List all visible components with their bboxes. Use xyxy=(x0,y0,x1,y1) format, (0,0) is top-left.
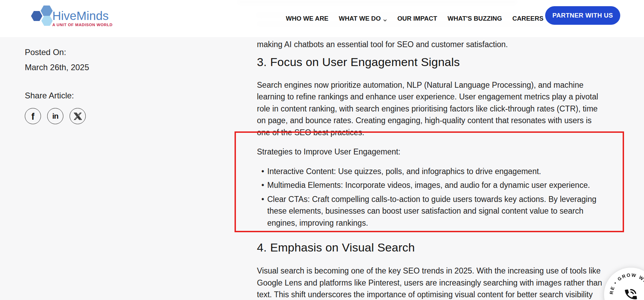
site-header: HiveMinds A UNIT OF MADISON WORLD WHO WE… xyxy=(0,0,644,37)
posted-date: March 26th, 2025 xyxy=(25,63,89,72)
nav-label: WHAT'S BUZZING xyxy=(447,15,502,22)
x-icon xyxy=(74,112,82,120)
article-content: making AI chatbots an essential tool for… xyxy=(257,37,629,300)
linkedin-share-button[interactable]: in xyxy=(47,108,63,124)
posted-on-label: Posted On: xyxy=(25,47,66,57)
badge-circle xyxy=(604,268,644,300)
nav-who-we-are[interactable]: WHO WE ARE xyxy=(286,15,329,22)
facebook-share-button[interactable]: f xyxy=(25,108,41,124)
main-navigation: WHO WE ARE WHAT WE DO OUR IMPACT WHAT'S … xyxy=(286,0,543,37)
nav-label: OUR IMPACT xyxy=(397,15,437,22)
nav-label: WHAT WE DO xyxy=(339,15,381,22)
nav-what-we-do[interactable]: WHAT WE DO xyxy=(339,15,387,22)
partner-with-us-button[interactable]: PARTNER WITH US xyxy=(545,6,620,25)
hexagon-light-blue xyxy=(41,16,53,26)
section-3-paragraph: Search engines now prioritize automation… xyxy=(257,79,629,139)
strategies-label: Strategies to Improve User Engagement: xyxy=(257,146,629,158)
section-heading-4: 4. Emphasis on Visual Search xyxy=(257,240,629,255)
section-heading-3: 3. Focus on User Engagement Signals xyxy=(257,55,629,69)
nav-label: CAREERS xyxy=(512,15,543,22)
facebook-icon: f xyxy=(31,111,34,122)
linkedin-icon: in xyxy=(52,112,59,121)
list-item: Interactive Content: Use quizzes, polls,… xyxy=(267,165,629,178)
hiveminds-logo[interactable]: HiveMinds A UNIT OF MADISON WORLD xyxy=(31,5,113,27)
article-paragraph-partial: making AI chatbots an essential tool for… xyxy=(257,39,629,51)
logo-tagline: A UNIT OF MADISON WORLD xyxy=(52,23,113,27)
hexagon-mid-blue xyxy=(41,6,53,16)
list-item: Clear CTAs: Craft compelling calls-to-ac… xyxy=(267,193,629,229)
social-share-row: f in xyxy=(25,108,86,124)
grow-with-us-badge[interactable]: RE • GROW WITH US • WE ARE HE xyxy=(603,267,644,300)
hiveminds-hexagon-icon xyxy=(31,5,54,25)
x-share-button[interactable] xyxy=(70,108,86,124)
nav-label: WHO WE ARE xyxy=(286,15,329,22)
section-4-paragraph: Visual search is becoming one of the key… xyxy=(257,265,629,300)
nav-careers[interactable]: CAREERS xyxy=(512,15,543,22)
strategies-list: Interactive Content: Use quizzes, polls,… xyxy=(257,165,629,229)
share-article-label: Share Article: xyxy=(25,91,74,100)
list-item: Multimedia Elements: Incorporate videos,… xyxy=(267,179,629,191)
nav-whats-buzzing[interactable]: WHAT'S BUZZING xyxy=(447,15,502,22)
nav-our-impact[interactable]: OUR IMPACT xyxy=(397,15,437,22)
chevron-down-icon xyxy=(383,17,387,21)
hexagon-dark-blue xyxy=(31,11,42,21)
logo-wordmark: HiveMinds xyxy=(52,10,113,22)
